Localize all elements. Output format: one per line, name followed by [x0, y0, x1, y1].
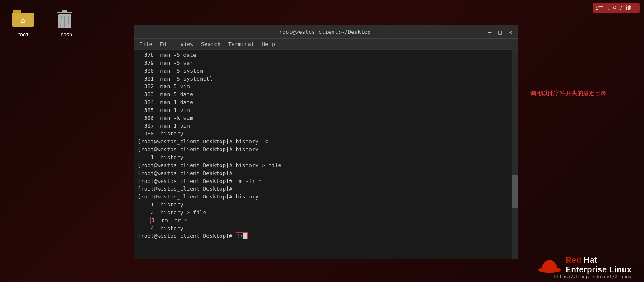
system-tray: S中·。© ♪ 键 · — [593, 3, 640, 13]
term-line: 387 man 1 vim — [137, 122, 514, 130]
desktop: 8 ⌂ root — [0, 0, 644, 282]
redhat-hat-icon — [538, 256, 561, 274]
term-line: 386 man -k vim — [137, 114, 514, 122]
trash-icon[interactable]: Trash — [50, 8, 79, 38]
redhat-logo: Red Hat Enterprise Linux — [538, 255, 631, 274]
menu-view[interactable]: View — [177, 40, 197, 48]
term-line: 1 history — [137, 201, 514, 209]
trash-svg — [56, 8, 74, 30]
menu-terminal[interactable]: Terminal — [225, 40, 258, 48]
terminal-menubar: File Edit View Search Terminal Help — [134, 39, 518, 50]
close-button[interactable]: ✕ — [507, 29, 514, 35]
folder-body: ⌂ — [12, 13, 34, 27]
annotation-text: 调用以此字符开头的最近目录 — [530, 90, 606, 97]
terminal-window: root@westos_client:~/Desktop ─ □ ✕ File … — [134, 25, 518, 259]
term-line: [root@westos_client Desktop]# — [137, 185, 514, 193]
term-line: 380 man -5 system — [137, 67, 514, 75]
root-icon[interactable]: ⌂ root — [8, 8, 38, 38]
term-line: [root@westos_client Desktop]# — [137, 170, 514, 178]
redhat-text-block: Red Hat Enterprise Linux — [565, 255, 631, 274]
input-highlight: !r — [236, 232, 248, 239]
house-icon: ⌂ — [21, 15, 25, 24]
term-line: 378 man -5 date — [137, 51, 514, 59]
menu-search[interactable]: Search — [198, 40, 224, 48]
terminal-title: root@westos_client:~/Desktop — [163, 29, 486, 35]
svg-point-7 — [538, 267, 561, 273]
menu-help[interactable]: Help — [259, 40, 278, 48]
cursor — [243, 233, 247, 239]
term-line: 1 history — [137, 154, 514, 162]
scrollbar-thumb[interactable] — [512, 175, 518, 208]
term-input-line: [root@westos_client Desktop]# !r — [137, 232, 514, 240]
term-line: 384 man 1 date — [137, 99, 514, 107]
term-line-highlighted: 3 rm -fr * — [137, 217, 514, 225]
term-line: [root@westos_client Desktop]# rm -fr * — [137, 178, 514, 185]
terminal-controls: ─ □ ✕ — [486, 29, 514, 35]
trash-label: Trash — [57, 32, 72, 38]
term-line: 382 man 5 vim — [137, 83, 514, 91]
terminal-scrollbar[interactable] — [512, 50, 518, 259]
term-line: [root@westos_client Desktop]# history > … — [137, 162, 514, 170]
folder-icon-img: ⌂ — [12, 8, 34, 30]
term-line: 379 man -5 var — [137, 59, 514, 67]
svg-rect-1 — [62, 10, 67, 13]
term-line: [root@westos_client Desktop]# history -c — [137, 138, 514, 146]
term-line: 385 man 1 vim — [137, 107, 514, 114]
term-line: [root@westos_client Desktop]# history — [137, 146, 514, 154]
red-word: Red — [565, 255, 581, 264]
redhat-url: https://blog.csdn.net/X_pang — [554, 274, 631, 279]
highlight-rm: 3 rm -fr * — [150, 217, 188, 224]
root-label: root — [17, 32, 29, 38]
terminal-titlebar: root@westos_client:~/Desktop ─ □ ✕ — [134, 25, 518, 39]
desktop-icons: ⌂ root — [4, 4, 84, 42]
trash-icon-img — [54, 8, 76, 30]
term-line: 383 man 5 date — [137, 91, 514, 99]
term-line: 388 history — [137, 130, 514, 138]
term-line: 381 man -5 systemctl — [137, 75, 514, 83]
menu-file[interactable]: File — [136, 40, 155, 48]
terminal-body[interactable]: 378 man -5 date 379 man -5 var 380 man -… — [134, 50, 518, 259]
folder-shape: ⌂ — [12, 10, 34, 28]
minimize-button[interactable]: ─ — [486, 29, 493, 35]
redhat-name: Red Hat — [565, 255, 631, 265]
term-line: 4 history — [137, 225, 514, 233]
term-line: 2 history > file — [137, 209, 514, 217]
maximize-button[interactable]: □ — [496, 29, 503, 35]
menu-edit[interactable]: Edit — [156, 40, 176, 48]
redhat-product: Enterprise Linux — [565, 265, 631, 274]
tray-item[interactable]: S中·。© ♪ 键 · — [593, 3, 640, 13]
term-line: [root@westos_client Desktop]# history — [137, 193, 514, 201]
